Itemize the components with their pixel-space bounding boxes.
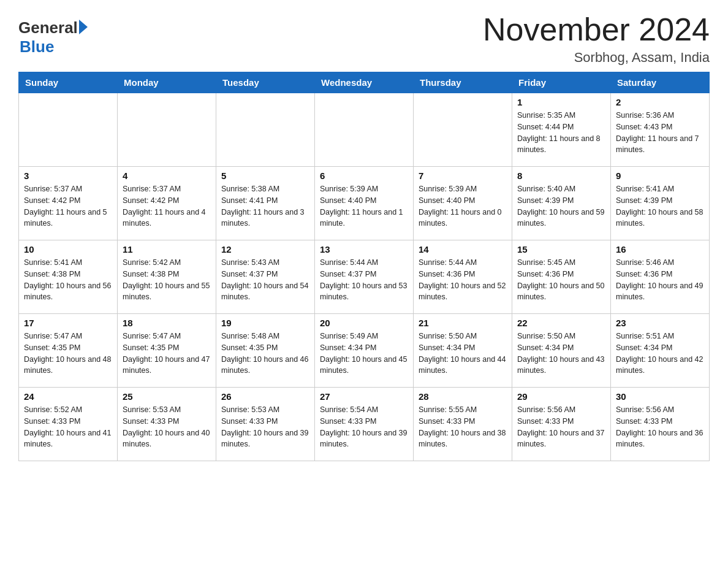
calendar-cell xyxy=(118,93,216,167)
day-info: Sunrise: 5:41 AMSunset: 4:39 PMDaylight:… xyxy=(616,183,704,229)
calendar-cell: 26Sunrise: 5:53 AMSunset: 4:33 PMDayligh… xyxy=(216,388,315,461)
col-header-sunday: Sunday xyxy=(19,72,118,93)
calendar-table: SundayMondayTuesdayWednesdayThursdayFrid… xyxy=(18,72,710,461)
calendar-cell: 30Sunrise: 5:56 AMSunset: 4:33 PMDayligh… xyxy=(611,388,710,461)
day-info: Sunrise: 5:46 AMSunset: 4:36 PMDaylight:… xyxy=(616,257,704,303)
calendar-week-5: 24Sunrise: 5:52 AMSunset: 4:33 PMDayligh… xyxy=(19,388,710,461)
day-number: 2 xyxy=(616,97,704,107)
calendar-week-3: 10Sunrise: 5:41 AMSunset: 4:38 PMDayligh… xyxy=(19,240,710,314)
day-number: 1 xyxy=(517,97,605,107)
day-number: 10 xyxy=(24,244,112,255)
day-number: 19 xyxy=(221,318,309,328)
calendar-cell: 11Sunrise: 5:42 AMSunset: 4:38 PMDayligh… xyxy=(118,240,216,314)
day-info: Sunrise: 5:47 AMSunset: 4:35 PMDaylight:… xyxy=(24,331,112,377)
col-header-monday: Monday xyxy=(118,72,216,93)
calendar-cell: 6Sunrise: 5:39 AMSunset: 4:40 PMDaylight… xyxy=(315,167,414,240)
day-number: 7 xyxy=(419,170,507,181)
day-number: 13 xyxy=(320,244,408,255)
calendar-cell: 17Sunrise: 5:47 AMSunset: 4:35 PMDayligh… xyxy=(19,314,118,388)
calendar-cell: 25Sunrise: 5:53 AMSunset: 4:33 PMDayligh… xyxy=(118,388,216,461)
calendar-cell: 18Sunrise: 5:47 AMSunset: 4:35 PMDayligh… xyxy=(118,314,216,388)
logo-blue: Blue xyxy=(20,37,88,56)
calendar-cell: 4Sunrise: 5:37 AMSunset: 4:42 PMDaylight… xyxy=(118,167,216,240)
calendar-cell: 20Sunrise: 5:49 AMSunset: 4:34 PMDayligh… xyxy=(315,314,414,388)
col-header-tuesday: Tuesday xyxy=(216,72,315,93)
day-number: 30 xyxy=(616,391,704,402)
day-number: 18 xyxy=(123,318,211,328)
day-info: Sunrise: 5:48 AMSunset: 4:35 PMDaylight:… xyxy=(221,331,309,377)
day-info: Sunrise: 5:35 AMSunset: 4:44 PMDaylight:… xyxy=(517,110,605,156)
col-header-thursday: Thursday xyxy=(414,72,512,93)
col-header-wednesday: Wednesday xyxy=(315,72,414,93)
calendar-subtitle: Sorbhog, Assam, India xyxy=(483,50,710,66)
day-info: Sunrise: 5:37 AMSunset: 4:42 PMDaylight:… xyxy=(24,183,112,229)
calendar-cell: 23Sunrise: 5:51 AMSunset: 4:34 PMDayligh… xyxy=(611,314,710,388)
day-number: 9 xyxy=(616,170,704,181)
calendar-cell: 10Sunrise: 5:41 AMSunset: 4:38 PMDayligh… xyxy=(19,240,118,314)
calendar-cell: 5Sunrise: 5:38 AMSunset: 4:41 PMDaylight… xyxy=(216,167,315,240)
calendar-cell: 13Sunrise: 5:44 AMSunset: 4:37 PMDayligh… xyxy=(315,240,414,314)
calendar-cell: 15Sunrise: 5:45 AMSunset: 4:36 PMDayligh… xyxy=(512,240,611,314)
logo-triangle-icon xyxy=(79,20,88,34)
day-number: 16 xyxy=(616,244,704,255)
calendar-cell xyxy=(414,93,512,167)
calendar-week-1: 1Sunrise: 5:35 AMSunset: 4:44 PMDaylight… xyxy=(19,93,710,167)
day-number: 29 xyxy=(517,391,605,402)
calendar-week-2: 3Sunrise: 5:37 AMSunset: 4:42 PMDaylight… xyxy=(19,167,710,240)
col-header-saturday: Saturday xyxy=(611,72,710,93)
day-info: Sunrise: 5:55 AMSunset: 4:33 PMDaylight:… xyxy=(419,404,507,450)
calendar-title: November 2024 xyxy=(483,12,710,47)
calendar-cell: 2Sunrise: 5:36 AMSunset: 4:43 PMDaylight… xyxy=(611,93,710,167)
calendar-header: SundayMondayTuesdayWednesdayThursdayFrid… xyxy=(19,72,710,93)
day-number: 23 xyxy=(616,318,704,328)
day-info: Sunrise: 5:49 AMSunset: 4:34 PMDaylight:… xyxy=(320,331,408,377)
day-number: 4 xyxy=(123,170,211,181)
day-number: 28 xyxy=(419,391,507,402)
day-info: Sunrise: 5:41 AMSunset: 4:38 PMDaylight:… xyxy=(24,257,112,303)
logo-general: General xyxy=(18,18,78,37)
day-info: Sunrise: 5:47 AMSunset: 4:35 PMDaylight:… xyxy=(123,331,211,377)
day-number: 8 xyxy=(517,170,605,181)
day-number: 26 xyxy=(221,391,309,402)
calendar-cell: 22Sunrise: 5:50 AMSunset: 4:34 PMDayligh… xyxy=(512,314,611,388)
day-number: 27 xyxy=(320,391,408,402)
day-info: Sunrise: 5:53 AMSunset: 4:33 PMDaylight:… xyxy=(123,404,211,450)
calendar-cell: 3Sunrise: 5:37 AMSunset: 4:42 PMDaylight… xyxy=(19,167,118,240)
day-info: Sunrise: 5:56 AMSunset: 4:33 PMDaylight:… xyxy=(616,404,704,450)
day-number: 11 xyxy=(123,244,211,255)
day-info: Sunrise: 5:39 AMSunset: 4:40 PMDaylight:… xyxy=(419,183,507,229)
calendar-cell xyxy=(315,93,414,167)
day-number: 5 xyxy=(221,170,309,181)
calendar-cell: 16Sunrise: 5:46 AMSunset: 4:36 PMDayligh… xyxy=(611,240,710,314)
day-info: Sunrise: 5:37 AMSunset: 4:42 PMDaylight:… xyxy=(123,183,211,229)
day-number: 14 xyxy=(419,244,507,255)
day-info: Sunrise: 5:40 AMSunset: 4:39 PMDaylight:… xyxy=(517,183,605,229)
calendar-cell: 24Sunrise: 5:52 AMSunset: 4:33 PMDayligh… xyxy=(19,388,118,461)
day-info: Sunrise: 5:44 AMSunset: 4:36 PMDaylight:… xyxy=(419,257,507,303)
calendar-cell: 29Sunrise: 5:56 AMSunset: 4:33 PMDayligh… xyxy=(512,388,611,461)
day-info: Sunrise: 5:50 AMSunset: 4:34 PMDaylight:… xyxy=(517,331,605,377)
day-info: Sunrise: 5:45 AMSunset: 4:36 PMDaylight:… xyxy=(517,257,605,303)
day-number: 6 xyxy=(320,170,408,181)
day-info: Sunrise: 5:56 AMSunset: 4:33 PMDaylight:… xyxy=(517,404,605,450)
day-number: 22 xyxy=(517,318,605,328)
day-number: 20 xyxy=(320,318,408,328)
calendar-cell: 8Sunrise: 5:40 AMSunset: 4:39 PMDaylight… xyxy=(512,167,611,240)
title-block: November 2024 Sorbhog, Assam, India xyxy=(483,12,710,66)
col-header-friday: Friday xyxy=(512,72,611,93)
day-info: Sunrise: 5:44 AMSunset: 4:37 PMDaylight:… xyxy=(320,257,408,303)
day-info: Sunrise: 5:54 AMSunset: 4:33 PMDaylight:… xyxy=(320,404,408,450)
day-info: Sunrise: 5:36 AMSunset: 4:43 PMDaylight:… xyxy=(616,110,704,156)
calendar-cell: 1Sunrise: 5:35 AMSunset: 4:44 PMDaylight… xyxy=(512,93,611,167)
calendar-cell: 28Sunrise: 5:55 AMSunset: 4:33 PMDayligh… xyxy=(414,388,512,461)
day-info: Sunrise: 5:43 AMSunset: 4:37 PMDaylight:… xyxy=(221,257,309,303)
day-info: Sunrise: 5:39 AMSunset: 4:40 PMDaylight:… xyxy=(320,183,408,229)
day-number: 15 xyxy=(517,244,605,255)
day-info: Sunrise: 5:51 AMSunset: 4:34 PMDaylight:… xyxy=(616,331,704,377)
calendar-week-4: 17Sunrise: 5:47 AMSunset: 4:35 PMDayligh… xyxy=(19,314,710,388)
day-number: 12 xyxy=(221,244,309,255)
day-number: 3 xyxy=(24,170,112,181)
calendar-cell: 14Sunrise: 5:44 AMSunset: 4:36 PMDayligh… xyxy=(414,240,512,314)
header: General Blue November 2024 Sorbhog, Assa… xyxy=(18,12,710,66)
day-info: Sunrise: 5:50 AMSunset: 4:34 PMDaylight:… xyxy=(419,331,507,377)
